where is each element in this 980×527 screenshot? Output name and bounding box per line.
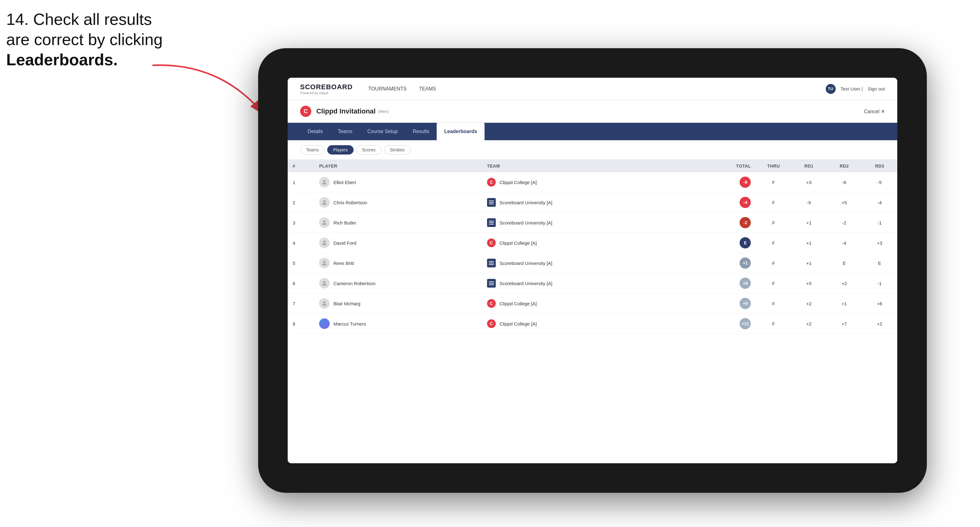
col-header-total: TOTAL [703, 160, 756, 172]
logo-area: SCOREBOARD Powered by clippd [300, 83, 353, 95]
col-header-player: PLAYER [314, 160, 482, 172]
row-player: Marcus Turners [314, 314, 482, 334]
svg-point-6 [323, 281, 326, 283]
row-rd3: +3 [862, 233, 897, 253]
tab-course-setup[interactable]: Course Setup [360, 123, 405, 140]
row-team: Scoreboard University [A] [482, 192, 703, 213]
row-total: +6 [703, 273, 756, 294]
row-player: David Ford [314, 233, 482, 253]
row-total: +9 [703, 294, 756, 314]
player-avatar [319, 217, 330, 228]
tab-teams[interactable]: Teams [330, 123, 360, 140]
row-thru: F [756, 294, 791, 314]
row-rd1: -5 [791, 192, 827, 213]
row-rd1: +2 [791, 314, 827, 334]
row-rd2: E [827, 253, 862, 273]
filter-teams[interactable]: Teams [300, 145, 325, 154]
tab-leaderboards[interactable]: Leaderboards [437, 123, 485, 140]
row-rd2: +2 [827, 273, 862, 294]
team-logo-scoreboard [487, 279, 496, 287]
row-rd2: +5 [827, 192, 862, 213]
row-num: 5 [288, 253, 314, 273]
row-total: E [703, 233, 756, 253]
row-rd1: +2 [791, 294, 827, 314]
row-total: +11 [703, 314, 756, 334]
user-label: Test User | [841, 86, 863, 91]
row-rd2: -6 [827, 172, 862, 192]
row-team: C Clippd College [A] [482, 294, 703, 314]
nav-tournaments[interactable]: TOURNAMENTS [368, 85, 406, 93]
nav-right: TU Test User | Sign out [826, 84, 885, 94]
logo-sub: Powered by clippd [300, 91, 353, 95]
filter-scores[interactable]: Scores [356, 145, 382, 154]
score-badge: -8 [740, 176, 751, 188]
table-row: 6 Cameron Robertson Scoreboard Universit… [288, 273, 897, 294]
row-player: Rich Butler [314, 213, 482, 233]
tablet-frame: SCOREBOARD Powered by clippd TOURNAMENTS… [258, 48, 927, 493]
row-rd2: -2 [827, 213, 862, 233]
player-name: Rees Britt [333, 260, 354, 266]
filter-players[interactable]: Players [327, 145, 354, 154]
row-num: 3 [288, 213, 314, 233]
player-name: Rich Butler [333, 220, 356, 225]
row-thru: F [756, 213, 791, 233]
svg-point-1 [323, 180, 326, 182]
table-row: 8 Marcus Turners C Clippd College [A] +1… [288, 314, 897, 334]
row-total: -8 [703, 172, 756, 192]
col-header-rd1: RD1 [791, 160, 827, 172]
table-row: 3 Rich Butler Scoreboard University [A] … [288, 213, 897, 233]
tournament-header: C Clippd Invitational (Men) Cancel ✕ [288, 100, 897, 123]
row-rd2: +7 [827, 314, 862, 334]
player-avatar [319, 298, 330, 309]
row-rd1: +1 [791, 253, 827, 273]
svg-point-2 [323, 200, 326, 202]
tab-bar: Details Teams Course Setup Results Leade… [288, 123, 897, 140]
instruction-bold: Leaderboards. [6, 51, 118, 69]
row-thru: F [756, 253, 791, 273]
row-rd3: E [862, 253, 897, 273]
row-team: C Clippd College [A] [482, 172, 703, 192]
player-avatar [319, 278, 330, 289]
tab-results[interactable]: Results [405, 123, 437, 140]
table-header-row: # PLAYER TEAM TOTAL THRU RD1 RD2 RD3 [288, 160, 897, 172]
score-badge: -4 [740, 197, 751, 208]
team-name: Clippd College [A] [500, 321, 537, 327]
row-thru: F [756, 192, 791, 213]
signout-link[interactable]: Sign out [868, 86, 885, 91]
row-team: C Clippd College [A] [482, 233, 703, 253]
col-header-rd2: RD2 [827, 160, 862, 172]
team-logo-clippd: C [487, 299, 496, 308]
row-team: Scoreboard University [A] [482, 273, 703, 294]
player-name: Elliot Ebert [333, 180, 356, 185]
filter-strokes[interactable]: Strokes [384, 145, 410, 154]
team-name: Clippd College [A] [500, 301, 537, 306]
team-logo-scoreboard [487, 218, 496, 227]
svg-point-3 [323, 221, 326, 222]
player-avatar [319, 238, 330, 248]
row-rd2: -4 [827, 233, 862, 253]
row-thru: F [756, 273, 791, 294]
tab-details[interactable]: Details [300, 123, 330, 140]
player-name: Cameron Robertson [333, 281, 375, 286]
row-num: 1 [288, 172, 314, 192]
table-row: 2 Chris Robertson Scoreboard University … [288, 192, 897, 213]
row-player: Cameron Robertson [314, 273, 482, 294]
nav-teams[interactable]: TEAMS [419, 85, 436, 93]
navbar: SCOREBOARD Powered by clippd TOURNAMENTS… [288, 78, 897, 100]
team-name: Scoreboard University [A] [500, 200, 552, 205]
row-rd3: -1 [862, 273, 897, 294]
row-thru: F [756, 314, 791, 334]
team-name: Clippd College [A] [500, 180, 537, 185]
instruction-line2: are correct by clicking [6, 30, 163, 49]
row-rd3: -1 [862, 213, 897, 233]
team-logo-scoreboard [487, 259, 496, 267]
cancel-button[interactable]: Cancel ✕ [864, 108, 885, 114]
instruction-line1: 14. Check all results [6, 10, 152, 28]
row-rd1: +1 [791, 213, 827, 233]
team-logo-scoreboard [487, 198, 496, 207]
user-avatar: TU [826, 84, 836, 94]
tournament-badge: (Men) [378, 109, 389, 114]
row-num: 7 [288, 294, 314, 314]
team-logo-clippd: C [487, 178, 496, 187]
row-total: -2 [703, 213, 756, 233]
